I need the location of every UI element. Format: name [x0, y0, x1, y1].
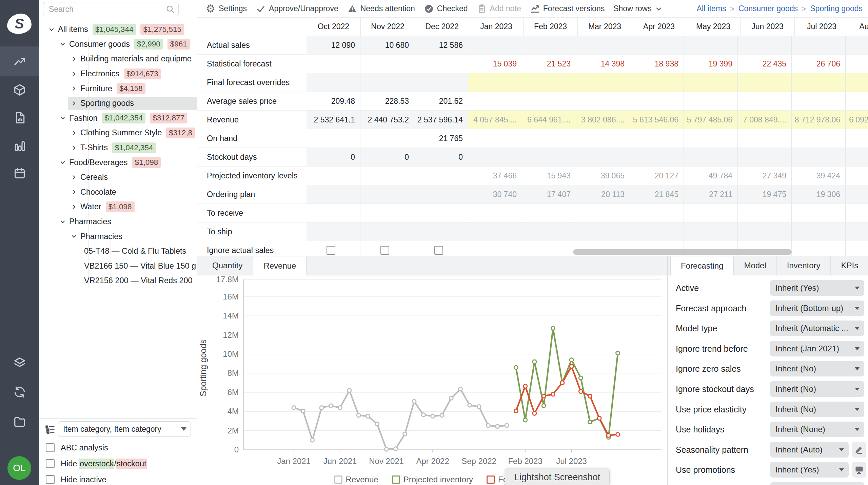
- cell-final-forecast-overrides-jan-2023[interactable]: [468, 73, 522, 92]
- cell-actual-sales-feb-2023: [522, 36, 576, 54]
- tab-kpis[interactable]: KPIs: [831, 256, 868, 275]
- tree-item-clothing-summer-style[interactable]: Clothing Summer Style$312,8: [39, 125, 197, 140]
- chevron-right-icon[interactable]: [70, 203, 78, 211]
- chevron-down-icon[interactable]: [70, 232, 78, 240]
- sidebar-nav-report-icon[interactable]: [0, 103, 39, 132]
- ignore-sales-checkbox[interactable]: [434, 246, 443, 255]
- setting-dropdown-active[interactable]: Inherit (Yes): [770, 280, 864, 296]
- cell-final-forecast-overrides-jul-2023[interactable]: [792, 73, 846, 92]
- tree-item-05-t48-cold-flu-tablets[interactable]: 05-T48 — Cold & Flu Tablets: [39, 244, 197, 259]
- breadcrumb-all-items[interactable]: All items: [697, 4, 726, 13]
- tree-item-vb2166-150-vital-blue-150-g[interactable]: VB2166 150 — Vital Blue 150 g: [39, 259, 197, 274]
- toolbar-checked[interactable]: Checked: [424, 4, 468, 14]
- tree-item-furniture[interactable]: Furniture$4,158: [39, 81, 197, 96]
- toolbar-needs-attention[interactable]: Needs attention: [347, 4, 415, 14]
- chevron-down-icon[interactable]: [59, 40, 67, 48]
- tree-item-chocolate[interactable]: Chocolate: [39, 185, 197, 200]
- checkbox-icon[interactable]: [46, 459, 55, 468]
- tree-item-consumer-goods[interactable]: Consumer goods$2,990$961: [39, 37, 197, 52]
- chevron-right-icon[interactable]: [70, 55, 78, 63]
- cell-final-forecast-overrides-mar-2023[interactable]: [576, 73, 630, 92]
- ignore-sales-checkbox[interactable]: [380, 246, 389, 255]
- legend-revenue[interactable]: Revenue: [334, 475, 378, 484]
- tab-model[interactable]: Model: [734, 256, 776, 275]
- filter-checkbox-hide-overstock-stockout[interactable]: Hide overstock/stockout: [39, 456, 197, 471]
- chevron-down-icon[interactable]: [59, 158, 67, 167]
- legend-projected-inventory[interactable]: Projected inventory: [392, 475, 473, 484]
- clipped-setting-dropdown[interactable]: [770, 482, 864, 485]
- setting-dropdown-ignore-stockout-days[interactable]: Inherit (No): [770, 381, 864, 397]
- tree-item-t-shirts[interactable]: T-Shirts$1,042,354: [39, 140, 197, 155]
- tree-item-all-items[interactable]: All items$1,045,344$1,275,515: [39, 22, 197, 37]
- tree-item-cereals[interactable]: Cereals: [39, 170, 197, 185]
- tab-inventory[interactable]: Inventory: [777, 256, 831, 275]
- tree-item-electronics[interactable]: Electronics$914,673: [39, 66, 197, 81]
- chevron-right-icon[interactable]: [70, 70, 78, 78]
- setting-dropdown-forecast-approach[interactable]: Inherit (Bottom-up): [770, 300, 864, 316]
- sidebar-nav-calendar-icon[interactable]: [0, 159, 39, 188]
- toolbar-add-note[interactable]: Add note: [477, 4, 521, 14]
- chevron-right-icon[interactable]: [70, 84, 78, 93]
- chevron-down-icon[interactable]: [59, 218, 67, 226]
- sidebar-nav-trend-icon[interactable]: [0, 46, 39, 76]
- setting-dropdown-use-holidays[interactable]: Inherit (None): [770, 422, 864, 437]
- tab-forecasting[interactable]: Forecasting: [670, 256, 734, 275]
- tab-revenue[interactable]: Revenue: [253, 256, 307, 275]
- setting-dropdown-use-price-elasticity[interactable]: Inherit (No): [770, 402, 864, 417]
- tree-item-building-materials-and-equipme[interactable]: Building materials and equipme: [39, 52, 197, 66]
- setting-dropdown-use-promotions[interactable]: Inherit (Yes): [770, 462, 849, 478]
- cell-final-forecast-overrides-may-2023[interactable]: [684, 73, 738, 92]
- user-avatar[interactable]: OL: [7, 456, 31, 480]
- cell-ignore-actual-sales-nov-2022[interactable]: [360, 241, 414, 256]
- pencil-button[interactable]: [852, 442, 866, 458]
- toolbar-forecast-versions[interactable]: Forecast versions: [530, 4, 605, 14]
- cell-average-sales-price-oct-2022: 209.48: [307, 92, 360, 110]
- setting-dropdown-model-type[interactable]: Inherit (Automatic ...: [770, 321, 864, 336]
- chevron-down-icon[interactable]: [59, 114, 67, 122]
- chevron-down-icon: [855, 347, 860, 350]
- search-input[interactable]: [48, 4, 165, 14]
- chevron-right-icon[interactable]: [70, 188, 78, 196]
- checkbox-icon[interactable]: [46, 443, 55, 452]
- monitor-button[interactable]: [852, 462, 866, 478]
- sidebar-nav-folder-icon[interactable]: [0, 407, 39, 436]
- chevron-right-icon[interactable]: [70, 173, 78, 181]
- tree-item-food-beverages[interactable]: Food/Beverages$1,098: [39, 155, 197, 170]
- filter-checkbox-hide-inactive[interactable]: Hide inactive: [39, 472, 197, 485]
- filter-checkbox-abc-analysis[interactable]: ABC analysis: [39, 440, 197, 455]
- toolbar-show-rows[interactable]: Show rows: [613, 4, 667, 14]
- cell-final-forecast-overrides-apr-2023[interactable]: [630, 73, 684, 92]
- tree-item-pharmacies[interactable]: Pharmacies: [39, 229, 197, 244]
- grouping-select[interactable]: Item category, Item category: [58, 421, 191, 437]
- ignore-sales-checkbox[interactable]: [327, 246, 335, 255]
- cell-ignore-actual-sales-oct-2022[interactable]: [307, 241, 360, 256]
- chevron-right-icon[interactable]: [70, 129, 78, 137]
- cell-final-forecast-overrides-jun-2023[interactable]: [738, 73, 792, 92]
- sidebar-nav-bars-icon[interactable]: [0, 131, 39, 160]
- sidebar-nav-cube-icon[interactable]: [0, 75, 39, 104]
- tree-item-fashion[interactable]: Fashion$1,042,354$312,877: [39, 111, 197, 126]
- sidebar-nav-layers-icon[interactable]: [0, 348, 39, 377]
- chevron-right-icon[interactable]: [70, 144, 78, 152]
- setting-dropdown-ignore-trend-before[interactable]: Inherit (Jan 2021): [770, 341, 864, 356]
- toolbar-settings[interactable]: ⚙Settings: [205, 4, 247, 14]
- cell-final-forecast-overrides-aug-2023[interactable]: [846, 73, 868, 92]
- breadcrumb-sporting-goods[interactable]: Sporting goods: [810, 4, 863, 13]
- chevron-down-icon[interactable]: [47, 25, 56, 34]
- tree-item-pharmacies[interactable]: Pharmacies: [39, 214, 197, 229]
- horizontal-scrollbar[interactable]: [573, 249, 792, 255]
- cell-final-forecast-overrides-feb-2023[interactable]: [522, 73, 576, 92]
- setting-dropdown-ignore-zero-sales[interactable]: Inherit (No): [770, 361, 864, 376]
- breadcrumb-consumer-goods[interactable]: Consumer goods: [738, 4, 798, 13]
- chevron-right-icon[interactable]: [70, 99, 78, 108]
- tab-quantity[interactable]: Quantity: [202, 256, 253, 275]
- setting-label-active: Active: [676, 280, 699, 296]
- tree-item-water[interactable]: Water$1,098: [39, 199, 197, 214]
- checkbox-icon[interactable]: [46, 475, 55, 484]
- cell-ignore-actual-sales-dec-2022[interactable]: [414, 241, 468, 256]
- setting-dropdown-seasonality-pattern[interactable]: Inherit (Auto): [770, 442, 849, 458]
- tree-item-sporting-goods[interactable]: Sporting goods: [39, 96, 197, 111]
- sidebar-nav-sync-icon[interactable]: [0, 377, 39, 407]
- tree-item-vr2156-200-vital-reds-200[interactable]: VR2156 200 — Vital Reds 200: [39, 273, 197, 288]
- toolbar-approve-unapprove[interactable]: Approve/Unapprove: [256, 4, 338, 14]
